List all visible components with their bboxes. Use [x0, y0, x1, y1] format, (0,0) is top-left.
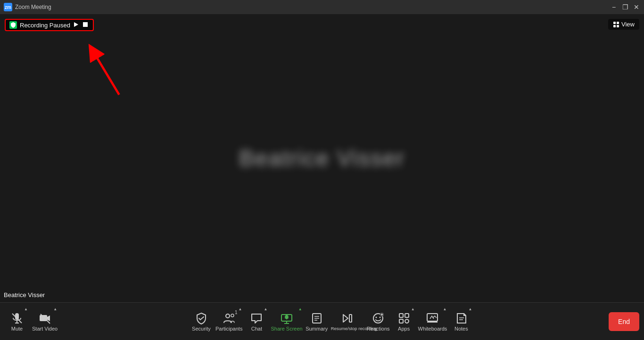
mute-button[interactable]: Mute ▲ [5, 305, 29, 338]
close-button[interactable]: ✕ [633, 3, 640, 11]
participants-count: 1 [235, 310, 238, 315]
apps-button[interactable]: Apps ▲ [392, 305, 416, 338]
chat-caret: ▲ [264, 307, 268, 311]
toolbar-center: Security 1 Participants ▲ [58, 305, 604, 338]
security-button[interactable]: Security [189, 305, 214, 338]
summary-button[interactable]: Summary [305, 305, 329, 338]
resume-recording-button[interactable]: Resume/stop recording [330, 305, 365, 338]
start-video-button[interactable]: Start Video ▲ [31, 305, 58, 338]
svg-point-15 [226, 314, 230, 318]
svg-rect-6 [613, 25, 616, 27]
whiteboards-caret: ▲ [443, 307, 446, 311]
resume-recording-icon [341, 312, 354, 325]
participant-label: Beatrice Visser [4, 291, 45, 299]
end-button[interactable]: End [609, 312, 639, 331]
participants-caret: ▲ [239, 307, 242, 311]
svg-point-31 [376, 316, 377, 318]
chat-icon [250, 312, 263, 325]
play-icon [73, 22, 80, 28]
svg-rect-38 [399, 319, 403, 323]
toolbar: Mute ▲ Start Video ▲ [0, 302, 644, 340]
title-bar-left: zm Zoom Meeting [4, 3, 51, 11]
share-screen-button[interactable]: Share Screen ▲ [270, 305, 303, 338]
svg-point-16 [231, 314, 234, 317]
svg-rect-7 [617, 25, 619, 27]
recording-resume-button[interactable] [73, 22, 80, 28]
title-bar: zm Zoom Meeting − ❐ ✕ [0, 0, 644, 14]
svg-rect-36 [399, 314, 403, 317]
notes-icon [454, 312, 468, 325]
svg-rect-5 [617, 22, 619, 24]
main-video-area: Recording Paused Beatrice Visser [0, 14, 644, 302]
svg-rect-4 [613, 22, 616, 24]
svg-marker-14 [47, 315, 50, 321]
title-bar-controls: − ❐ ✕ [610, 3, 640, 11]
notes-caret: ▲ [468, 307, 472, 311]
svg-rect-1 [83, 22, 88, 27]
view-icon [613, 21, 619, 28]
participants-button[interactable]: 1 Participants ▲ [215, 305, 243, 338]
recording-stop-button[interactable] [83, 22, 89, 28]
apps-icon [397, 312, 411, 325]
shield-icon [9, 21, 17, 29]
maximize-button[interactable]: ❐ [621, 3, 629, 11]
reactions-button[interactable]: Reactions [366, 305, 391, 338]
whiteboards-icon [426, 312, 439, 325]
toolbar-left: Mute ▲ Start Video ▲ [5, 305, 58, 338]
minimize-button[interactable]: − [610, 3, 618, 11]
whiteboards-button[interactable]: Whiteboards ▲ [417, 305, 448, 338]
svg-rect-12 [40, 315, 47, 321]
mute-icon [10, 312, 24, 325]
stop-icon [83, 22, 89, 28]
summary-icon [310, 312, 323, 325]
zoom-logo: zm [4, 3, 12, 11]
recording-paused-label: Recording Paused [20, 22, 70, 29]
svg-line-3 [93, 51, 119, 94]
arrow-annotation [83, 42, 130, 99]
participants-icon: 1 [223, 312, 236, 325]
share-caret: ▲ [298, 307, 302, 311]
video-icon [38, 312, 51, 325]
svg-marker-0 [74, 22, 78, 27]
video-caret: ▲ [53, 307, 57, 311]
participant-name-blurred: Beatrice Visser [239, 145, 405, 171]
security-icon [195, 312, 208, 325]
toolbar-right: End [604, 312, 639, 331]
notes-button[interactable]: Notes ▲ [449, 305, 473, 338]
reactions-icon [372, 312, 385, 325]
svg-rect-37 [405, 314, 409, 317]
svg-point-32 [380, 316, 381, 318]
view-button[interactable]: View [608, 19, 639, 30]
svg-marker-28 [343, 315, 348, 322]
chat-button[interactable]: Chat ▲ [244, 305, 269, 338]
share-screen-icon [280, 312, 293, 325]
recording-badge: Recording Paused [5, 19, 94, 31]
mute-caret: ▲ [24, 307, 28, 311]
window-title: Zoom Meeting [15, 4, 51, 10]
apps-caret: ▲ [411, 307, 415, 311]
svg-rect-29 [349, 315, 352, 322]
